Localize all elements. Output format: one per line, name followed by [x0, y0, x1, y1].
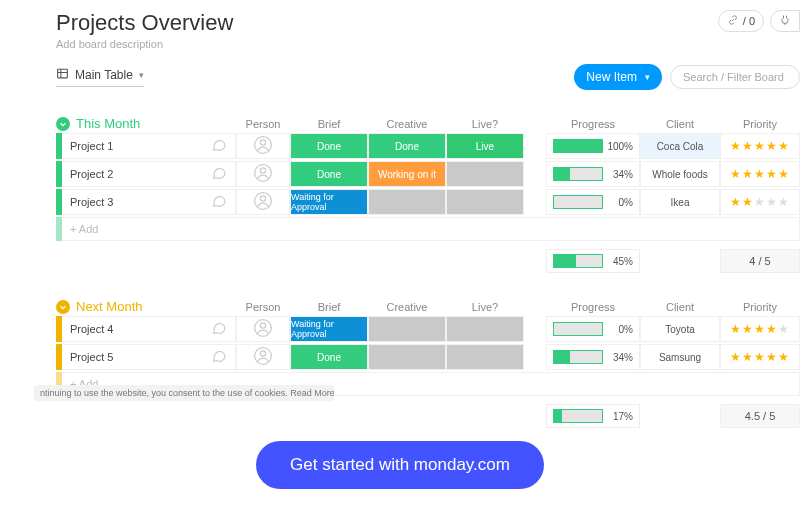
priority-cell[interactable]: ★★★★★ — [720, 316, 800, 342]
group-name[interactable]: Next Month — [76, 299, 142, 314]
activity-button[interactable]: / 0 — [718, 10, 764, 32]
priority-cell[interactable]: ★★★★★ — [720, 189, 800, 215]
column-header-creative[interactable]: Creative — [368, 301, 446, 313]
creative-status-cell[interactable] — [368, 344, 446, 370]
chevron-down-icon: ▾ — [645, 72, 650, 82]
svg-point-6 — [260, 196, 265, 201]
person-icon — [253, 191, 273, 213]
person-icon — [253, 346, 273, 368]
column-header-person[interactable]: Person — [236, 301, 290, 313]
group-collapse-toggle[interactable] — [56, 117, 70, 131]
cta-button[interactable]: Get started with monday.com — [256, 441, 544, 489]
svg-point-4 — [260, 168, 265, 173]
client-cell[interactable]: Coca Cola — [640, 133, 720, 159]
svg-point-10 — [260, 351, 265, 356]
table-row[interactable]: Project 2 Done Working on it 34% Whole f… — [56, 161, 800, 187]
person-icon — [253, 318, 273, 340]
brief-status-cell[interactable]: Done — [290, 161, 368, 187]
item-name-cell[interactable]: Project 4 — [62, 316, 236, 342]
live-status-cell[interactable] — [446, 316, 524, 342]
brief-status-cell[interactable]: Waiting for Approval — [290, 189, 368, 215]
priority-cell[interactable]: ★★★★★ — [720, 133, 800, 159]
live-status-cell[interactable]: Live — [446, 133, 524, 159]
creative-status-cell[interactable]: Working on it — [368, 161, 446, 187]
chevron-down-icon: ▾ — [139, 70, 144, 80]
chat-icon[interactable] — [211, 137, 227, 155]
item-name-cell[interactable]: Project 5 — [62, 344, 236, 370]
column-header-priority[interactable]: Priority — [720, 118, 800, 130]
client-cell[interactable]: Ikea — [640, 189, 720, 215]
column-header-person[interactable]: Person — [236, 118, 290, 130]
table-row[interactable]: Project 3 Waiting for Approval 0% Ikea ★… — [56, 189, 800, 215]
group-name[interactable]: This Month — [76, 116, 140, 131]
chat-icon[interactable] — [211, 320, 227, 338]
column-header-brief[interactable]: Brief — [290, 118, 368, 130]
plug-icon — [779, 14, 791, 28]
progress-cell[interactable]: 0% — [546, 316, 640, 342]
group-summary-priority: 4 / 5 — [720, 249, 800, 273]
person-cell[interactable] — [236, 344, 290, 370]
person-cell[interactable] — [236, 133, 290, 159]
progress-cell[interactable]: 34% — [546, 161, 640, 187]
person-cell[interactable] — [236, 189, 290, 215]
priority-cell[interactable]: ★★★★★ — [720, 161, 800, 187]
brief-status-cell[interactable]: Done — [290, 344, 368, 370]
column-header-client[interactable]: Client — [640, 118, 720, 130]
svg-rect-0 — [58, 70, 68, 79]
progress-cell[interactable]: 34% — [546, 344, 640, 370]
column-header-priority[interactable]: Priority — [720, 301, 800, 313]
item-name-cell[interactable]: Project 1 — [62, 133, 236, 159]
item-name-cell[interactable]: Project 3 — [62, 189, 236, 215]
search-input[interactable] — [670, 65, 800, 89]
table-row[interactable]: Project 4 Waiting for Approval 0% Toyota… — [56, 316, 800, 342]
creative-status-cell[interactable] — [368, 189, 446, 215]
chat-icon[interactable] — [211, 348, 227, 366]
svg-point-2 — [260, 140, 265, 145]
column-header-progress[interactable]: Progress — [546, 118, 640, 130]
client-cell[interactable]: Whole foods — [640, 161, 720, 187]
page-title: Projects Overview — [56, 10, 233, 36]
person-cell[interactable] — [236, 161, 290, 187]
live-status-cell[interactable] — [446, 161, 524, 187]
link-icon — [727, 14, 739, 28]
priority-cell[interactable]: ★★★★★ — [720, 344, 800, 370]
client-cell[interactable]: Toyota — [640, 316, 720, 342]
add-item-button[interactable]: + Add — [62, 217, 800, 241]
brief-status-cell[interactable]: Waiting for Approval — [290, 316, 368, 342]
person-icon — [253, 135, 273, 157]
creative-status-cell[interactable]: Done — [368, 133, 446, 159]
new-item-button[interactable]: New Item ▾ — [574, 64, 662, 90]
integrations-button[interactable] — [770, 10, 800, 32]
progress-cell[interactable]: 0% — [546, 189, 640, 215]
group-summary-progress: 17% — [546, 404, 640, 428]
column-header-creative[interactable]: Creative — [368, 118, 446, 130]
group-collapse-toggle[interactable] — [56, 300, 70, 314]
table-icon — [56, 67, 69, 83]
chat-icon[interactable] — [211, 193, 227, 211]
svg-point-8 — [260, 323, 265, 328]
live-status-cell[interactable] — [446, 344, 524, 370]
person-cell[interactable] — [236, 316, 290, 342]
live-status-cell[interactable] — [446, 189, 524, 215]
column-header-client[interactable]: Client — [640, 301, 720, 313]
person-icon — [253, 163, 273, 185]
creative-status-cell[interactable] — [368, 316, 446, 342]
view-selector[interactable]: Main Table ▾ — [56, 67, 144, 87]
brief-status-cell[interactable]: Done — [290, 133, 368, 159]
item-name-cell[interactable]: Project 2 — [62, 161, 236, 187]
column-header-brief[interactable]: Brief — [290, 301, 368, 313]
table-row[interactable]: Project 1 Done Done Live 100% Coca Cola … — [56, 133, 800, 159]
client-cell[interactable]: Samsung — [640, 344, 720, 370]
progress-cell[interactable]: 100% — [546, 133, 640, 159]
cookie-banner: ntinuing to use the website, you consent… — [34, 385, 334, 401]
group-summary-priority: 4.5 / 5 — [720, 404, 800, 428]
column-header-live[interactable]: Live? — [446, 118, 524, 130]
table-row[interactable]: Project 5 Done 34% Samsung ★★★★★ — [56, 344, 800, 370]
group-summary-progress: 45% — [546, 249, 640, 273]
board-description[interactable]: Add board description — [56, 38, 233, 50]
column-header-live[interactable]: Live? — [446, 301, 524, 313]
chat-icon[interactable] — [211, 165, 227, 183]
column-header-progress[interactable]: Progress — [546, 301, 640, 313]
